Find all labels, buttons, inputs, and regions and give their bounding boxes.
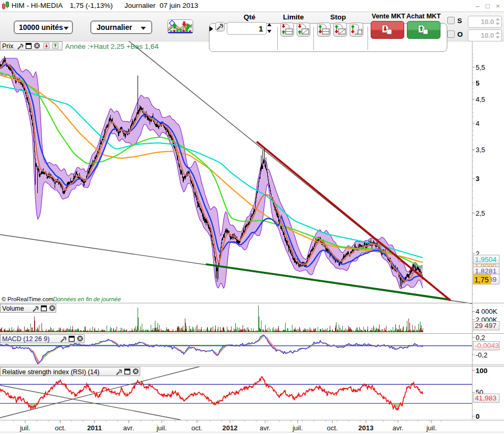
svg-text:4,5: 4,5 bbox=[476, 96, 485, 103]
svg-text:2013: 2013 bbox=[359, 424, 374, 432]
svg-text:Prix: Prix bbox=[2, 43, 14, 50]
svg-text:© ProRealTime.com: © ProRealTime.com bbox=[2, 296, 54, 302]
svg-text:-0,2: -0,2 bbox=[476, 351, 487, 359]
svg-text:1,8281: 1,8281 bbox=[475, 267, 497, 275]
svg-text:2012: 2012 bbox=[223, 424, 238, 432]
svg-text:-0,0043: -0,0043 bbox=[475, 342, 499, 350]
svg-text:5,5: 5,5 bbox=[476, 63, 485, 71]
svg-text:2,5: 2,5 bbox=[476, 209, 485, 217]
svg-text:oct.: oct. bbox=[192, 424, 203, 432]
svg-text:3: 3 bbox=[476, 175, 479, 183]
svg-text:1,75: 1,75 bbox=[475, 276, 489, 284]
svg-text:5: 5 bbox=[476, 79, 479, 87]
svg-text:Volume: Volume bbox=[2, 305, 24, 312]
svg-text:juil.: juil. bbox=[156, 424, 167, 432]
svg-text:Données en fin de journée: Données en fin de journée bbox=[53, 296, 121, 302]
svg-text:0: 0 bbox=[476, 412, 480, 420]
svg-text:Année :+Haut 2,25 +Bas 1,64: Année :+Haut 2,25 +Bas 1,64 bbox=[65, 43, 159, 50]
svg-text:oct.: oct. bbox=[55, 424, 66, 432]
svg-text:4 000K: 4 000K bbox=[476, 308, 498, 315]
svg-text:juil.: juil. bbox=[292, 424, 303, 432]
svg-text:29 497: 29 497 bbox=[475, 322, 497, 330]
svg-text:41,983: 41,983 bbox=[475, 394, 497, 402]
svg-text:avr.: avr. bbox=[260, 424, 271, 432]
svg-text:juil.: juil. bbox=[19, 424, 30, 432]
svg-text:avr.: avr. bbox=[123, 424, 134, 432]
svg-text:2011: 2011 bbox=[87, 424, 102, 432]
svg-text:avr.: avr. bbox=[393, 424, 404, 432]
svg-text:Relative strength index (RSI): Relative strength index (RSI) (14) bbox=[2, 368, 100, 376]
svg-text:4: 4 bbox=[476, 120, 479, 128]
svg-text:3,5: 3,5 bbox=[476, 146, 485, 154]
svg-text:1,9504: 1,9504 bbox=[475, 256, 497, 263]
svg-text:juil.: juil. bbox=[426, 424, 437, 432]
svg-text:0,2: 0,2 bbox=[476, 334, 485, 342]
svg-text:MACD (12 26 9): MACD (12 26 9) bbox=[2, 335, 49, 343]
svg-text:oct.: oct. bbox=[327, 424, 338, 432]
svg-text:100: 100 bbox=[476, 367, 488, 375]
